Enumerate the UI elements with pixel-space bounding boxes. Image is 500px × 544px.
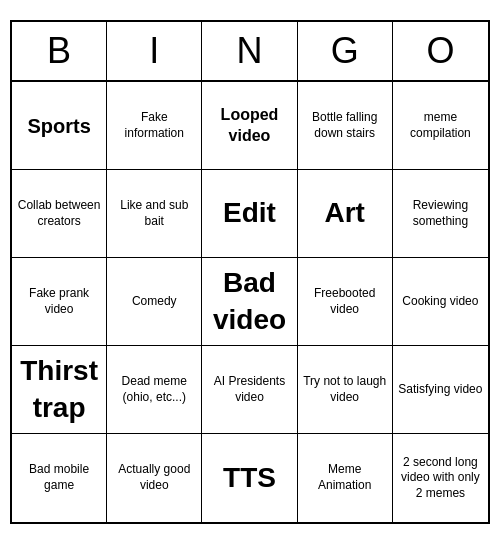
letter-g: G [298,22,393,80]
letter-n: N [202,22,297,80]
bingo-cell[interactable]: Reviewing something [393,170,488,258]
bingo-cell[interactable]: TTS [202,434,297,522]
bingo-grid: SportsFake informationLooped videoBottle… [12,82,488,522]
bingo-cell[interactable]: Meme Animation [298,434,393,522]
bingo-cell[interactable]: AI Presidents video [202,346,297,434]
bingo-cell[interactable]: Sports [12,82,107,170]
bingo-cell[interactable]: Cooking video [393,258,488,346]
bingo-cell[interactable]: Freebooted video [298,258,393,346]
bingo-cell[interactable]: 2 second long video with only 2 memes [393,434,488,522]
bingo-cell[interactable]: Bottle falling down stairs [298,82,393,170]
bingo-cell[interactable]: Fake prank video [12,258,107,346]
bingo-cell[interactable]: Collab between creators [12,170,107,258]
bingo-cell[interactable]: Satisfying video [393,346,488,434]
bingo-cell[interactable]: Edit [202,170,297,258]
letter-o: O [393,22,488,80]
bingo-cell[interactable]: Looped video [202,82,297,170]
bingo-cell[interactable]: Like and sub bait [107,170,202,258]
bingo-cell[interactable]: Bad mobile game [12,434,107,522]
bingo-cell[interactable]: Try not to laugh video [298,346,393,434]
bingo-cell[interactable]: Thirst trap [12,346,107,434]
bingo-cell[interactable]: Art [298,170,393,258]
bingo-cell[interactable]: Actually good video [107,434,202,522]
letter-i: I [107,22,202,80]
bingo-card: B I N G O SportsFake informationLooped v… [10,20,490,524]
bingo-cell[interactable]: Dead meme (ohio, etc...) [107,346,202,434]
bingo-cell[interactable]: Fake information [107,82,202,170]
letter-b: B [12,22,107,80]
bingo-header: B I N G O [12,22,488,82]
bingo-cell[interactable]: Comedy [107,258,202,346]
bingo-cell[interactable]: Bad video [202,258,297,346]
bingo-cell[interactable]: meme compilation [393,82,488,170]
